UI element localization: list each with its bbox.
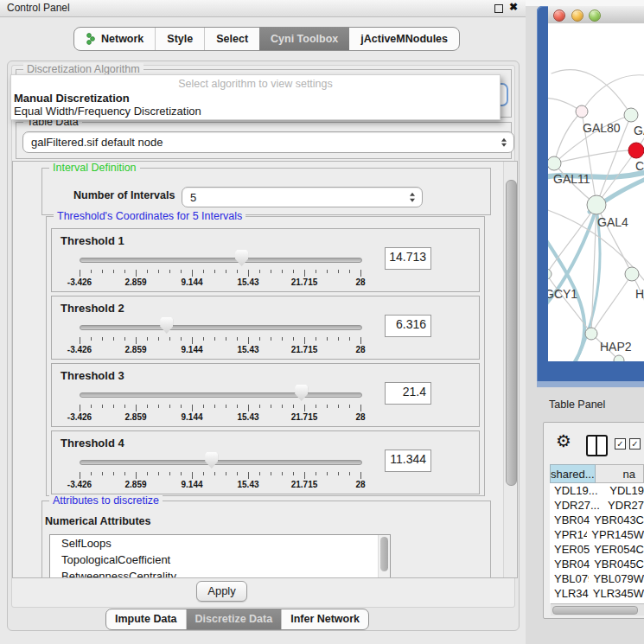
tab-jactivemnodules[interactable]: jActiveMNodules — [349, 28, 459, 50]
slider-track[interactable] — [80, 460, 362, 465]
threshold-value-box[interactable]: 21.4 — [385, 382, 431, 405]
tab-impute-data[interactable]: Impute Data — [106, 609, 186, 629]
mac-zoom-button[interactable] — [589, 10, 601, 22]
settings-scrollbar[interactable] — [503, 162, 517, 577]
network-edge[interactable] — [552, 70, 631, 115]
slider-track[interactable] — [80, 325, 362, 330]
gear-icon[interactable]: ⚙ — [556, 432, 571, 450]
list-item[interactable]: SelfLoops — [50, 535, 390, 552]
apply-button[interactable]: Apply — [196, 581, 247, 602]
tick-mark — [349, 270, 350, 273]
network-canvas[interactable]: GAL80GACGAL11GAL4GCY1HHAP2 — [548, 23, 644, 361]
network-node-gcy1[interactable] — [548, 269, 552, 279]
mac-minimize-button[interactable] — [571, 10, 583, 22]
network-window-titlebar[interactable] — [548, 6, 644, 24]
combo-spinner-icon — [501, 137, 507, 147]
threshold-label: Threshold 2 — [61, 302, 124, 315]
network-node-c[interactable] — [628, 143, 644, 158]
tick-mark — [316, 405, 316, 408]
table-row[interactable]: YDL19...YDL19 — [550, 483, 644, 498]
table-row[interactable]: YLR345WYLR345W — [550, 586, 644, 601]
threshold-value-box[interactable]: 14.713 — [385, 247, 431, 270]
float-panel-icon[interactable] — [494, 4, 503, 13]
threshold-value-box[interactable]: 6.316 — [385, 315, 431, 337]
combo-spinner-icon — [410, 193, 415, 202]
dropdown-option-equal-width-frequency[interactable]: Equal Width/Frequency Discretization — [11, 105, 500, 118]
network-node-hap2[interactable] — [585, 328, 597, 340]
tick-mark — [181, 270, 182, 273]
slider-track[interactable] — [80, 258, 362, 263]
cell-name: YDR27 — [603, 498, 644, 513]
tick-mark — [91, 472, 92, 475]
table-data-combobox[interactable]: galFiltered.sif default node — [22, 131, 514, 153]
table-row[interactable]: YER054CYER054C — [550, 542, 644, 557]
list-scrollbar[interactable] — [378, 535, 390, 578]
tick-mark — [169, 472, 170, 475]
slider-thumb[interactable] — [160, 317, 173, 334]
tick-mark — [237, 270, 238, 273]
settings-scrollbar-thumb[interactable] — [506, 180, 517, 486]
tick-mark — [214, 405, 215, 408]
checkbox-icon[interactable]: ✓ — [615, 438, 626, 450]
table-row[interactable]: YDR27...YDR27 — [550, 498, 644, 513]
column-header-shared-name[interactable]: shared... — [550, 464, 596, 483]
table-row[interactable]: YBR045CYBR045C — [550, 557, 644, 571]
table-horizontal-scrollbar[interactable] — [551, 603, 644, 615]
table-row[interactable]: YBL079WYBL079W — [550, 571, 644, 586]
network-edge[interactable] — [582, 75, 644, 112]
network-node-gal80[interactable] — [576, 105, 588, 118]
number-of-intervals-label: Number of Intervals — [73, 189, 175, 201]
mac-close-button[interactable] — [553, 10, 565, 22]
network-node[interactable] — [614, 355, 624, 361]
tick-mark — [304, 337, 305, 344]
threshold-label: Threshold 1 — [61, 234, 124, 247]
tick-mark — [80, 405, 80, 411]
tick-mark — [169, 270, 170, 273]
network-edge[interactable] — [548, 274, 591, 334]
network-node-gal4[interactable] — [587, 195, 606, 214]
tick-mark — [304, 270, 305, 277]
tick-mark — [214, 337, 215, 341]
network-node-h[interactable] — [625, 267, 639, 281]
close-panel-icon[interactable]: ✖ — [509, 1, 518, 13]
tick-label: 15.43 — [237, 480, 258, 489]
tick-mark — [124, 405, 125, 408]
tick-mark — [327, 472, 328, 475]
number-of-intervals-combobox[interactable]: 5 — [182, 187, 423, 207]
cell-name: YDL19 — [605, 483, 644, 498]
tab-style[interactable]: Style — [155, 28, 204, 50]
list-scrollbar-thumb[interactable] — [380, 537, 388, 571]
tick-label: 2.859 — [124, 480, 146, 489]
slider-thumb[interactable] — [205, 452, 218, 469]
table-row[interactable]: YPR145WYPR145W — [550, 527, 644, 542]
network-node-ga[interactable] — [624, 108, 638, 122]
column-header-name[interactable]: na — [596, 464, 644, 483]
tick-mark — [327, 270, 328, 273]
dropdown-option-manual-discretization[interactable]: Manual Discretization — [11, 92, 500, 105]
list-item[interactable]: BetweennessCentrality — [50, 568, 390, 578]
slider-track[interactable] — [80, 392, 362, 398]
network-edge[interactable] — [554, 112, 582, 163]
tab-select[interactable]: Select — [204, 28, 259, 50]
tick-mark — [203, 337, 204, 341]
tick-label: 21.715 — [291, 412, 318, 422]
table-scrollbar-thumb[interactable] — [552, 606, 638, 615]
tick-mark — [226, 337, 226, 341]
split-view-icon[interactable] — [586, 435, 608, 456]
network-node-gal11[interactable] — [548, 156, 561, 170]
tab-infer-network[interactable]: Infer Network — [281, 609, 368, 629]
table-row[interactable]: YBR043CYBR043C — [550, 513, 644, 527]
tab-network[interactable]: Network — [74, 28, 155, 50]
checkbox-icon[interactable]: ✓ — [629, 438, 641, 450]
list-item[interactable]: TopologicalCoefficient — [50, 552, 390, 568]
threshold-value-box[interactable]: 11.344 — [385, 450, 431, 472]
slider-thumb[interactable] — [235, 250, 248, 266]
node-label: GAL11 — [553, 172, 590, 186]
tick-mark — [293, 472, 294, 475]
slider-thumb[interactable] — [295, 385, 308, 401]
table-rows: YDL19...YDL19YDR27...YDR27YBR043CYBR043C… — [550, 483, 644, 603]
tick-mark — [349, 405, 350, 408]
tab-cyni-toolbox[interactable]: Cyni Toolbox — [259, 28, 349, 50]
tab-discretize-data[interactable]: Discretize Data — [186, 609, 282, 629]
tick-mark — [136, 472, 137, 479]
